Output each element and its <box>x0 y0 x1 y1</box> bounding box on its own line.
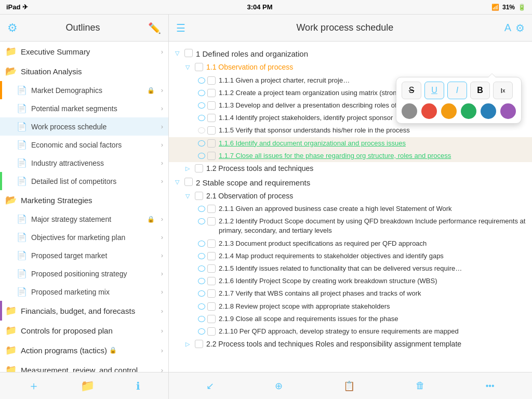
checkbox-2[interactable] <box>184 178 193 186</box>
outline-view-icon[interactable]: ☰ <box>176 22 185 34</box>
doc-icon-5: 📄 <box>17 158 27 168</box>
checkbox-1-1[interactable] <box>195 63 203 71</box>
circle-btn-2-1-2[interactable] <box>198 218 205 224</box>
sidebar-item-major-strategy[interactable]: 📄 Major strategy statement 🔒 › <box>0 210 168 228</box>
circle-btn-1-1-7[interactable] <box>198 153 205 159</box>
checkbox-2-1-1[interactable] <box>207 205 216 213</box>
checkbox-2-1-6[interactable] <box>207 277 216 285</box>
add-item-button[interactable]: ＋ <box>28 378 39 394</box>
sidebar-group-marketing[interactable]: 📂 Marketing Strategies <box>0 190 168 210</box>
sidebar-item-objectives[interactable]: 📄 Objectives for marketing plan › <box>0 228 168 246</box>
checkbox-1-1-5[interactable] <box>207 126 216 135</box>
expand-btn-2-2[interactable]: ▷ <box>185 340 193 348</box>
sidebar-item-work-process[interactable]: 📄 Work process schedule › <box>0 117 168 136</box>
bold-button[interactable]: B <box>470 82 490 99</box>
circle-btn-2-1-10[interactable] <box>198 328 205 335</box>
add-folder-button[interactable]: 📁 <box>81 379 95 393</box>
expand-btn-1[interactable]: ▽ <box>175 49 182 57</box>
sidebar-item-label-potential: Potential market segments <box>31 104 117 113</box>
checkbox-1-1-3[interactable] <box>207 101 216 110</box>
nav-right: ☰ Work process schedule A ⚙ <box>169 15 532 41</box>
circle-btn-2-1-3[interactable] <box>198 241 205 247</box>
circle-btn-2-1-9[interactable] <box>198 316 205 322</box>
indent-button[interactable]: ↙ <box>206 380 214 392</box>
sidebar-group-controls[interactable]: 📁 Controls for proposed plan › <box>0 321 168 340</box>
folder-icon-5: 📁 <box>5 325 17 336</box>
checkbox-2-1-8[interactable] <box>207 302 216 311</box>
checkbox-2-1-2[interactable] <box>207 217 216 225</box>
circle-btn-1-1-3[interactable] <box>198 102 205 109</box>
clear-format-button[interactable]: Ix <box>493 82 513 99</box>
checkbox-1-1-4[interactable] <box>207 114 216 122</box>
expand-btn-1-2[interactable]: ▷ <box>185 165 193 172</box>
gear-icon[interactable]: ⚙ <box>515 22 525 34</box>
circle-btn-1-1-5[interactable] <box>198 127 205 134</box>
circle-btn-2-1-1[interactable] <box>198 206 205 212</box>
sidebar-item-target-market[interactable]: 📄 Proposed target market › <box>0 246 168 264</box>
italic-button[interactable]: I <box>447 82 467 99</box>
circle-btn-2-1-6[interactable] <box>198 278 205 284</box>
sidebar-group-label-situation: Situation Analysis <box>21 67 82 76</box>
info-button[interactable]: ℹ <box>136 380 140 392</box>
sidebar-group-action[interactable]: 📁 Action programs (tactics) 🔒 › <box>0 340 168 360</box>
checkbox-1-2[interactable] <box>195 164 203 172</box>
sidebar-item-market-demographics[interactable]: 📄 Market Demographics 🔒 › <box>0 81 168 99</box>
color-green[interactable] <box>461 103 476 119</box>
checkbox-2-1[interactable] <box>195 192 203 200</box>
circle-btn-1-1-4[interactable] <box>198 115 205 121</box>
checkbox-1-1-7[interactable] <box>207 152 216 160</box>
checkbox-2-1-7[interactable] <box>207 289 216 298</box>
settings-icon[interactable]: ⚙ <box>7 21 18 35</box>
checkbox-2-1-4[interactable] <box>207 252 216 260</box>
circle-btn-2-1-5[interactable] <box>198 265 205 272</box>
color-purple[interactable] <box>500 103 516 119</box>
outdent-button[interactable]: ⊕ <box>275 380 283 392</box>
checkbox-1-1-6[interactable] <box>207 139 216 148</box>
delete-button[interactable]: 🗑 <box>416 380 425 391</box>
checkbox-1-1-2[interactable] <box>207 89 216 97</box>
sidebar-item-marketing-mix[interactable]: 📄 Proposed marketing mix › <box>0 283 168 301</box>
more-button[interactable]: ••• <box>486 381 495 391</box>
color-picker-row <box>402 103 516 119</box>
circle-btn-1-1-2[interactable] <box>198 90 205 96</box>
checkbox-2-1-5[interactable] <box>207 264 216 273</box>
chevron-icon: › <box>161 86 163 94</box>
outline-text-2-2-title: 2.2 Process tools and techniques <box>206 340 313 348</box>
sidebar-item-label-positioning: Proposed positioning strategy <box>31 270 127 278</box>
edit-icon[interactable]: ✏️ <box>148 22 161 34</box>
checkbox-2-1-10[interactable] <box>207 327 216 336</box>
sidebar-group-executive-summary[interactable]: 📁 Executive Summary › <box>0 42 168 61</box>
sidebar-item-economic[interactable]: 📄 Economic and social factors › <box>0 136 168 154</box>
font-icon[interactable]: A <box>504 22 511 34</box>
checkbox-2-2[interactable] <box>195 340 203 348</box>
sidebar-item-potential-market[interactable]: 📄 Potential market segments › <box>0 99 168 117</box>
sidebar-group-measurement[interactable]: 📁 Measurement, review, and control › <box>0 360 168 372</box>
circle-btn-1-1-6[interactable] <box>198 140 205 147</box>
circle-btn-1-1-1[interactable] <box>198 77 205 84</box>
circle-btn-2-1-4[interactable] <box>198 253 205 259</box>
strikethrough-button[interactable]: S <box>402 82 421 99</box>
color-gray[interactable] <box>402 103 417 119</box>
color-orange[interactable] <box>441 103 457 119</box>
circle-btn-2-1-7[interactable] <box>198 290 205 297</box>
expand-btn-1-1[interactable]: ▽ <box>185 63 193 71</box>
sidebar-item-industry[interactable]: 📄 Industry attractiveness › <box>0 154 168 172</box>
checkbox-2-1-3[interactable] <box>207 240 216 248</box>
sidebar-group-situation-analysis[interactable]: 📂 Situation Analysis <box>0 61 168 81</box>
sidebar-group-financials[interactable]: 📁 Financials, budget, and forecasts › <box>0 301 168 321</box>
expand-btn-2[interactable]: ▽ <box>175 178 182 186</box>
color-red[interactable] <box>421 103 437 119</box>
outline-row-2-1-6: 2.1.6 Identify Project Scope by creating… <box>169 275 532 287</box>
ipad-label: iPad ✈ <box>6 3 28 11</box>
underline-button[interactable]: U <box>424 82 444 99</box>
sidebar-item-detailed[interactable]: 📄 Detailed list of competitors › <box>0 172 168 190</box>
sidebar-item-positioning[interactable]: 📄 Proposed positioning strategy › <box>0 264 168 283</box>
folder-icon: 📁 <box>5 46 17 57</box>
checkbox-1[interactable] <box>184 49 193 57</box>
checkbox-1-1-1[interactable] <box>207 76 216 85</box>
checkbox-2-1-9[interactable] <box>207 315 216 323</box>
expand-btn-2-1[interactable]: ▽ <box>185 192 193 200</box>
format-list-button[interactable]: 📋 <box>343 380 355 392</box>
circle-btn-2-1-8[interactable] <box>198 303 205 310</box>
color-blue[interactable] <box>481 103 496 119</box>
